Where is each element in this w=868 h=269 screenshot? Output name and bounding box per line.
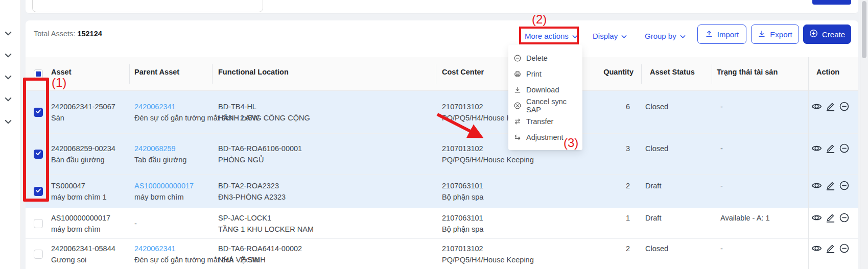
column-header-functional-location: Functional Location <box>218 68 289 76</box>
row-checkbox[interactable] <box>34 250 43 259</box>
printer-icon <box>514 70 521 78</box>
vn-status-cell: - <box>720 180 723 203</box>
more-actions-dropdown: Delete Print Download Cancel sync SAP Tr… <box>508 45 582 150</box>
table-row[interactable]: TS000047 máy bơm chìm 1 AS100000000017 m… <box>26 175 858 208</box>
quantity-cell: 6 <box>577 101 630 124</box>
row-checkbox[interactable] <box>34 219 43 228</box>
functional-location-cell: BD-TA2-ROA2323 ĐN3-PHÒNG A2323 <box>218 180 286 203</box>
parent-asset-link[interactable]: AS100000000017 <box>134 180 194 191</box>
create-button[interactable]: Create <box>803 25 851 44</box>
cost-center-cell: 2107013102 PQ/PQ5/H4/House Keeping <box>442 243 534 265</box>
column-header-parent-asset: Parent Asset <box>134 68 179 76</box>
group-by-label: Group by <box>645 32 676 40</box>
disable-icon[interactable] <box>839 243 850 254</box>
parent-asset-link[interactable]: - <box>134 218 137 229</box>
display-button[interactable]: Display <box>593 32 627 40</box>
parent-asset-cell: 2420068259 Tab đầu giường <box>134 143 186 165</box>
minus-circle-icon <box>514 55 521 62</box>
view-icon[interactable] <box>811 101 822 112</box>
cost-center-code: 2107063101 <box>442 212 483 224</box>
column-header-asset-status: Asset Status <box>650 68 695 76</box>
functional-location-name: ĐN3-PHÒNG A2323 <box>218 191 286 203</box>
asset-status-cell: Closed <box>645 243 668 265</box>
chevron-down-icon[interactable] <box>5 53 12 58</box>
total-assets-value: 152124 <box>77 30 102 38</box>
view-icon[interactable] <box>811 243 822 254</box>
asset-name: Gương soi <box>51 254 115 265</box>
asset-status-cell: Closed <box>645 101 668 124</box>
menu-item[interactable]: Transfer <box>508 113 582 129</box>
menu-item-label: Transfer <box>526 117 553 126</box>
menu-item[interactable]: Print <box>508 66 582 82</box>
edit-icon[interactable] <box>825 143 836 154</box>
disable-icon[interactable] <box>839 212 850 223</box>
asset-cell: 2420062341-25067 Sàn <box>51 101 115 124</box>
cost-center-code: 2107013102 <box>442 243 534 254</box>
close-circle-icon <box>514 102 521 109</box>
search-button-fragment[interactable] <box>812 0 851 5</box>
asset-id: 2420062341-05844 <box>51 243 115 254</box>
view-icon[interactable] <box>811 212 822 223</box>
download-icon <box>514 86 521 93</box>
disable-icon[interactable] <box>839 101 850 112</box>
asset-list-screen: Total Assets:152124 More actions Display… <box>0 0 868 269</box>
action-cell <box>811 143 850 165</box>
table-row[interactable]: AS100000000017 máy bơm chìm - SP-JAC-LOC… <box>26 208 858 239</box>
scrollbar-thumb[interactable] <box>862 1 866 58</box>
disable-icon[interactable] <box>839 143 850 154</box>
chevron-down-icon[interactable] <box>5 119 12 125</box>
disable-icon[interactable] <box>839 180 850 191</box>
swap-icon <box>514 118 521 125</box>
functional-location-code: SP-JAC-LOCK1 <box>218 212 314 224</box>
table-row[interactable]: 2420062341-05844 Gương soi 2420062341 Đè… <box>26 239 858 269</box>
asset-id: AS100000000017 <box>51 212 110 224</box>
parent-asset-name: Tab đầu giường <box>134 154 186 165</box>
functional-location-cell: BD-TB4-HL HÀNH LANG CÔNG CỘNG <box>218 101 310 124</box>
vn-status-cell: - <box>720 143 723 165</box>
menu-item-label: Delete <box>526 54 548 62</box>
annotation-box-2 <box>519 27 579 44</box>
quantity-cell: 2 <box>577 180 630 203</box>
edit-icon[interactable] <box>825 243 836 254</box>
vn-status-cell: Available - A: 1 <box>720 212 769 235</box>
export-button[interactable]: Export <box>751 25 799 44</box>
cost-center-name: PQ/PQ5/H4/House Keeping <box>442 254 534 265</box>
chevron-down-icon[interactable] <box>5 97 12 102</box>
menu-item-label: Print <box>526 70 542 78</box>
page-scrollbar[interactable] <box>860 0 868 269</box>
chevron-down-icon[interactable] <box>5 75 12 80</box>
export-label: Export <box>770 30 792 39</box>
quantity-cell: 1 <box>577 212 630 235</box>
annotation-label-2: (2) <box>532 12 547 27</box>
menu-item-label: Download <box>526 86 559 94</box>
asset-cell: AS100000000017 máy bơm chìm <box>51 212 110 235</box>
menu-item[interactable]: Download <box>508 82 582 97</box>
edit-icon[interactable] <box>825 212 836 223</box>
parent-asset-cell: - <box>134 218 137 229</box>
edit-icon[interactable] <box>825 101 836 112</box>
menu-item[interactable]: Delete <box>508 50 582 66</box>
vn-status-cell: - <box>720 101 723 124</box>
parent-asset-name: máy bơm chìm <box>134 191 194 203</box>
menu-item[interactable]: Cancel sync SAP <box>508 97 582 113</box>
functional-location-cell: BD-TA6-ROA6414-00002 NHÀ VỆ SINH <box>218 243 302 265</box>
chevron-down-icon[interactable] <box>5 31 12 36</box>
view-icon[interactable] <box>811 180 822 191</box>
plus-circle-icon <box>809 29 818 39</box>
total-assets-summary: Total Assets:152124 <box>34 30 102 38</box>
group-by-button[interactable]: Group by <box>645 32 686 40</box>
view-icon[interactable] <box>811 143 822 154</box>
asset-id: TS000047 <box>51 180 107 191</box>
chevron-down-icon <box>621 32 627 40</box>
search-input[interactable] <box>32 0 263 12</box>
import-button[interactable]: Import <box>697 25 746 44</box>
import-label: Import <box>717 30 739 39</box>
asset-name: Bàn đầu giường <box>51 154 115 165</box>
asset-cell: 2420062341-05844 Gương soi <box>51 243 115 265</box>
action-cell <box>811 101 850 124</box>
upload-icon <box>705 30 713 39</box>
annotation-label-3: (3) <box>564 136 578 150</box>
functional-location-name: PHÒNG NGỦ <box>218 154 302 165</box>
parent-asset-link[interactable]: 2420068259 <box>134 143 186 154</box>
edit-icon[interactable] <box>825 180 836 191</box>
